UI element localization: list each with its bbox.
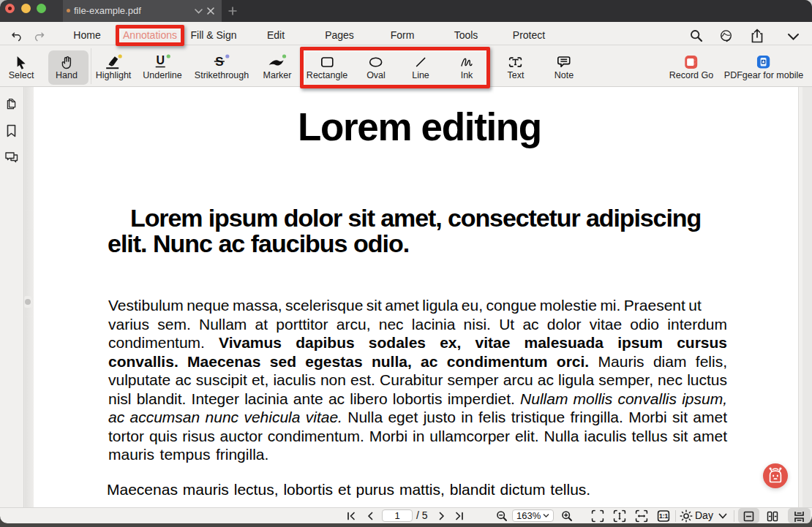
svg-text:1:1: 1:1 bbox=[659, 512, 669, 520]
svg-text:U: U bbox=[156, 54, 165, 67]
